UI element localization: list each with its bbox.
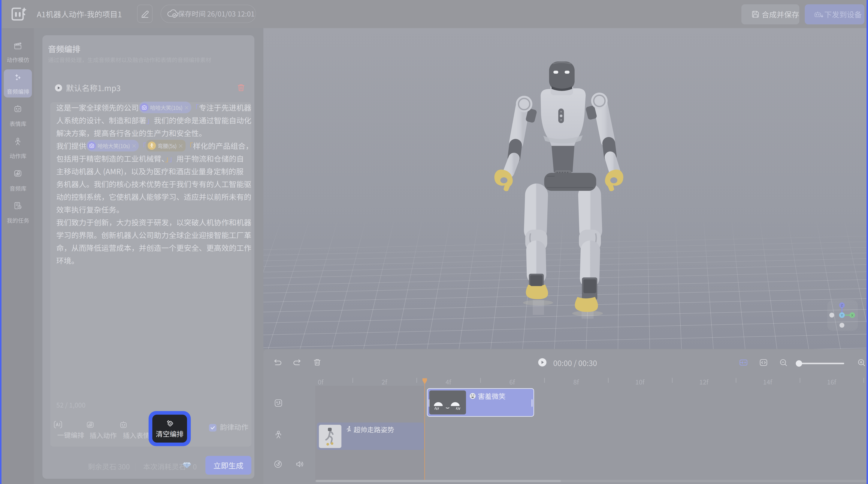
- svg-text:Z: Z: [841, 304, 843, 307]
- svg-text:Y: Y: [841, 314, 843, 317]
- svg-text:X: X: [851, 314, 853, 317]
